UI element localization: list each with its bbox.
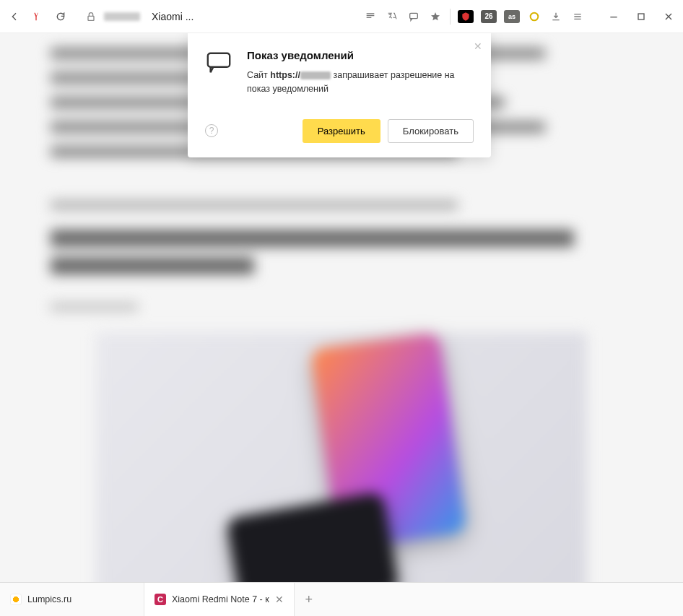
popup-arrow: [380, 33, 392, 39]
tab-close-button[interactable]: ✕: [275, 594, 284, 605]
help-icon[interactable]: ?: [205, 124, 218, 137]
toolbar-divider: [450, 9, 451, 25]
tab-xiaomi[interactable]: C Xiaomi Redmi Note 7 - к ✕: [144, 583, 295, 616]
comment-icon[interactable]: [406, 9, 421, 24]
popup-message: Сайт https:// запрашивает разрешение на …: [247, 69, 474, 96]
extension-as-icon[interactable]: as: [504, 10, 520, 23]
tab-bar: Lumpics.ru C Xiaomi Redmi Note 7 - к ✕ +: [0, 582, 683, 616]
window-controls: [606, 9, 676, 24]
maximize-button[interactable]: [634, 9, 648, 24]
popup-close-button[interactable]: ✕: [474, 40, 482, 52]
notification-permission-popup: ✕ Показ уведомлений Сайт https:// запраш…: [188, 33, 491, 157]
svg-rect-3: [638, 14, 644, 19]
extension-calendar-icon[interactable]: 26: [481, 10, 497, 23]
tab-label: Xiaomi Redmi Note 7 - к: [172, 594, 269, 604]
favicon-icon: C: [155, 594, 166, 605]
close-window-button[interactable]: [661, 9, 676, 24]
new-tab-button[interactable]: +: [295, 583, 323, 616]
tab-label: Lumpics.ru: [27, 594, 71, 604]
toolbar-actions: 26 as: [363, 9, 585, 25]
reload-button[interactable]: [53, 9, 68, 24]
browser-toolbar: Xiaomi ... 26 as: [0, 0, 683, 33]
yandex-home-button[interactable]: [30, 9, 45, 24]
minimize-button[interactable]: [606, 9, 621, 24]
downloads-icon[interactable]: [549, 9, 563, 24]
page-content: ✕ Показ уведомлений Сайт https:// запраш…: [0, 33, 683, 582]
extension-adblock-icon[interactable]: [458, 10, 474, 23]
site-name-blurred: [300, 71, 331, 79]
address-bar[interactable]: Xiaomi ...: [84, 9, 193, 24]
block-button[interactable]: Блокировать: [388, 119, 474, 143]
url-host-blurred: [104, 12, 140, 21]
extension-circle-icon[interactable]: [527, 9, 541, 24]
tab-lumpics[interactable]: Lumpics.ru: [0, 583, 144, 616]
popup-title: Показ уведомлений: [247, 49, 474, 61]
translate-icon[interactable]: [385, 9, 399, 24]
back-button[interactable]: [7, 9, 22, 24]
svg-rect-4: [208, 53, 230, 67]
lock-icon: [84, 9, 98, 24]
favicon-icon: [10, 594, 22, 605]
reader-mode-icon[interactable]: [363, 9, 378, 24]
svg-rect-0: [88, 16, 94, 20]
bookmark-icon[interactable]: [428, 9, 443, 24]
svg-point-2: [531, 12, 539, 20]
allow-button[interactable]: Разрешить: [303, 119, 380, 143]
speech-bubble-icon: [205, 49, 234, 96]
page-title: Xiaomi ...: [152, 11, 193, 22]
svg-rect-1: [410, 13, 418, 18]
menu-icon[interactable]: [570, 9, 585, 24]
